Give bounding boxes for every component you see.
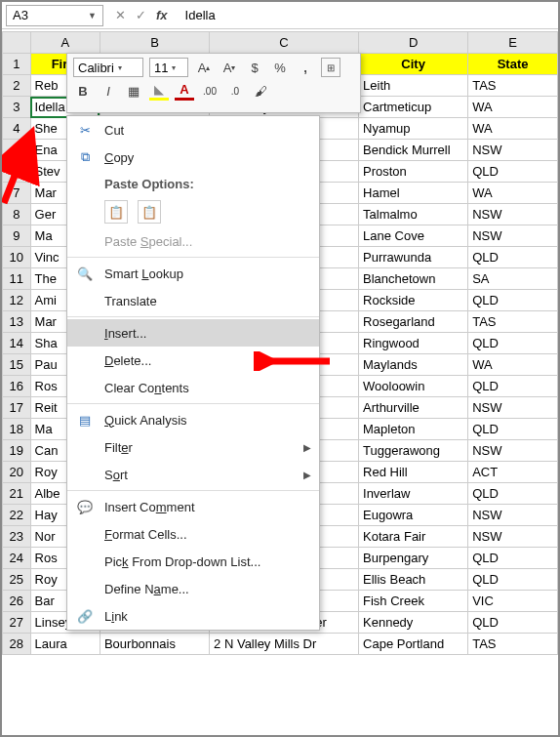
menu-format-cells[interactable]: Format Cells... <box>67 520 319 548</box>
menu-define-name[interactable]: Define Name... <box>67 575 319 602</box>
cell[interactable]: Bendick Murrell <box>359 140 468 161</box>
row-header[interactable]: 5 <box>3 140 31 161</box>
select-all-corner[interactable] <box>3 32 31 54</box>
cell[interactable]: NSW <box>468 140 558 161</box>
cell[interactable]: QLD <box>468 419 558 440</box>
column-headers[interactable]: A B C D E <box>3 32 558 54</box>
menu-paste-special[interactable]: Paste Special... <box>67 227 319 255</box>
cell[interactable]: Kotara Fair <box>359 526 468 548</box>
row-header[interactable]: 7 <box>3 183 31 204</box>
cell[interactable]: Maylands <box>359 354 468 376</box>
cell[interactable]: QLD <box>468 290 558 311</box>
row-header[interactable]: 4 <box>3 118 31 140</box>
cell[interactable]: QLD <box>468 569 558 591</box>
menu-delete[interactable]: Delete... <box>67 347 319 374</box>
cell[interactable]: Proston <box>359 161 468 183</box>
row-header[interactable]: 27 <box>3 612 31 634</box>
cell[interactable]: Fish Creek <box>359 591 468 612</box>
cell[interactable]: City <box>359 54 468 75</box>
cell[interactable]: Talmalmo <box>359 204 468 225</box>
row-header[interactable]: 12 <box>3 290 31 311</box>
context-menu[interactable]: ✂Cut ⧉Copy Paste Options: 📋 📋 Paste Spec… <box>66 115 320 631</box>
row-header[interactable]: 25 <box>3 569 31 591</box>
cell[interactable]: WA <box>468 354 558 376</box>
chevron-down-icon[interactable]: ▾ <box>172 63 176 72</box>
font-family-combo[interactable]: Calibri ▾ <box>73 58 143 77</box>
cell[interactable]: TAS <box>468 311 558 333</box>
row-header[interactable]: 3 <box>3 97 31 118</box>
cell[interactable]: Nyamup <box>359 118 468 140</box>
cell[interactable]: QLD <box>468 247 558 268</box>
percent-format-icon[interactable]: % <box>270 58 290 77</box>
cell[interactable]: WA <box>468 97 558 118</box>
cell[interactable]: NSW <box>468 397 558 419</box>
row-header[interactable]: 18 <box>3 419 31 440</box>
row-header[interactable]: 26 <box>3 591 31 612</box>
cell[interactable]: Leith <box>359 75 468 97</box>
row-header[interactable]: 14 <box>3 333 31 354</box>
decrease-decimal-icon[interactable]: .00 <box>200 81 220 101</box>
cell[interactable]: QLD <box>468 376 558 397</box>
cell[interactable]: TAS <box>468 634 558 655</box>
font-color-icon[interactable]: A <box>175 81 194 101</box>
format-cells-icon[interactable]: ⊞ <box>321 58 340 77</box>
cell[interactable]: QLD <box>468 483 558 505</box>
font-size-combo[interactable]: 11 ▾ <box>149 58 188 77</box>
table-row[interactable]: 28LauraBourbonnais2 N Valley Mills DrCap… <box>3 634 558 655</box>
cell[interactable]: State <box>468 54 558 75</box>
row-header[interactable]: 17 <box>3 397 31 419</box>
menu-insert-comment[interactable]: 💬Insert Comment <box>67 493 319 520</box>
cell[interactable]: Inverlaw <box>359 483 468 505</box>
fx-icon[interactable]: fx <box>156 8 168 22</box>
cell[interactable]: Burpengary <box>359 548 468 569</box>
cell[interactable]: VIC <box>468 591 558 612</box>
name-box[interactable]: A3 ▼ <box>6 5 103 26</box>
cell[interactable]: NSW <box>468 505 558 526</box>
fill-color-icon[interactable]: ◣ <box>149 81 169 101</box>
cell[interactable]: Bourbonnais <box>100 634 209 655</box>
cell[interactable]: Blanchetown <box>359 268 468 290</box>
paste-special-icon[interactable]: 📋 <box>138 200 161 224</box>
cancel-icon[interactable]: ✕ <box>115 8 126 22</box>
cell[interactable]: Cartmeticup <box>359 97 468 118</box>
menu-filter[interactable]: Filter▶ <box>67 433 319 461</box>
row-header[interactable]: 21 <box>3 483 31 505</box>
menu-translate[interactable]: Translate <box>67 287 319 314</box>
paste-icon[interactable]: 📋 <box>104 200 128 224</box>
cell[interactable]: TAS <box>468 75 558 97</box>
row-header[interactable]: 10 <box>3 247 31 268</box>
cell[interactable]: QLD <box>468 548 558 569</box>
accounting-format-icon[interactable]: $ <box>245 58 264 77</box>
cell[interactable]: ACT <box>468 462 558 483</box>
cell[interactable]: Tuggerawong <box>359 440 468 462</box>
col-header[interactable]: C <box>210 32 359 54</box>
chevron-down-icon[interactable]: ▾ <box>118 63 122 72</box>
cell[interactable]: Ellis Beach <box>359 569 468 591</box>
menu-insert[interactable]: Insert... <box>67 319 319 347</box>
format-painter-icon[interactable]: 🖌 <box>251 81 270 101</box>
cell[interactable]: Purrawunda <box>359 247 468 268</box>
increase-decimal-icon[interactable]: .0 <box>225 81 245 101</box>
cell[interactable]: Cape Portland <box>359 634 468 655</box>
row-header[interactable]: 19 <box>3 440 31 462</box>
row-header[interactable]: 28 <box>3 634 31 655</box>
menu-smart-lookup[interactable]: 🔍Smart Lookup <box>67 260 319 287</box>
row-header[interactable]: 13 <box>3 311 31 333</box>
cell[interactable]: Hamel <box>359 183 468 204</box>
cell[interactable]: Wooloowin <box>359 376 468 397</box>
cell[interactable]: WA <box>468 183 558 204</box>
menu-sort[interactable]: Sort▶ <box>67 461 319 488</box>
col-header[interactable]: E <box>468 32 558 54</box>
cell[interactable]: QLD <box>468 333 558 354</box>
cell[interactable]: Arthurville <box>359 397 468 419</box>
cell[interactable]: Mapleton <box>359 419 468 440</box>
formula-value[interactable]: Idella <box>180 8 554 22</box>
row-header[interactable]: 22 <box>3 505 31 526</box>
mini-toolbar[interactable]: Calibri ▾ 11 ▾ A▴ A▾ $ % , ⊞ B I ▦ ◣ A .… <box>66 53 361 113</box>
row-header[interactable]: 2 <box>3 75 31 97</box>
cell[interactable]: QLD <box>468 161 558 183</box>
cell[interactable]: NSW <box>468 204 558 225</box>
decrease-font-icon[interactable]: A▾ <box>220 58 239 77</box>
col-header[interactable]: A <box>30 32 100 54</box>
row-header[interactable]: 11 <box>3 268 31 290</box>
